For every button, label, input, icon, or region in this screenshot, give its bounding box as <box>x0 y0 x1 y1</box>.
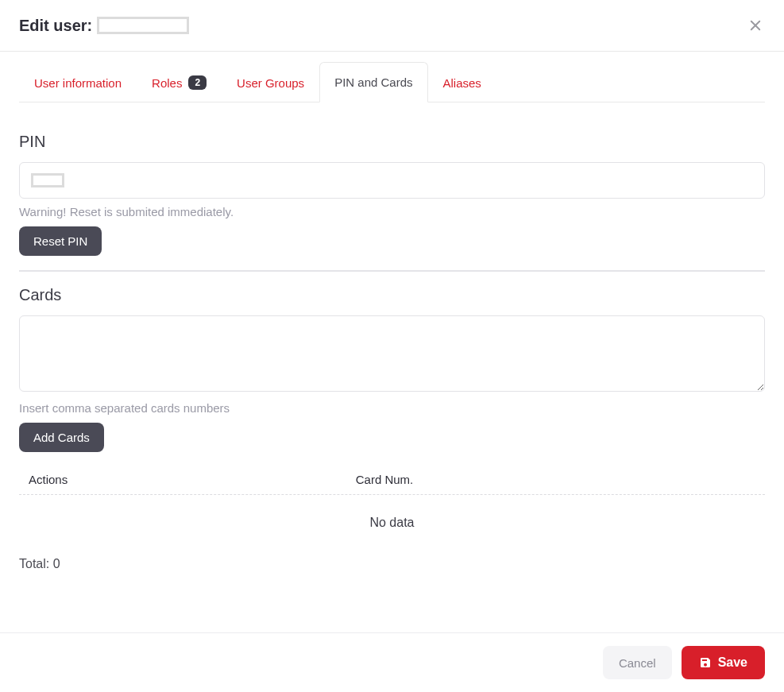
cancel-button[interactable]: Cancel <box>603 646 672 679</box>
tabs-nav: User information Roles 2 User Groups PIN… <box>19 61 765 102</box>
total-value: 0 <box>53 557 60 570</box>
modal-title-wrap: Edit user: <box>19 17 189 35</box>
modal-title: Edit user: <box>19 17 92 35</box>
section-divider <box>19 270 765 272</box>
pin-input[interactable] <box>19 162 765 199</box>
tab-label: Aliases <box>443 76 481 90</box>
tab-aliases[interactable]: Aliases <box>428 62 496 102</box>
table-header-row: Actions Card Num. <box>19 465 765 495</box>
tab-user-groups[interactable]: User Groups <box>222 62 319 102</box>
column-header-actions: Actions <box>29 473 356 486</box>
total-label: Total: <box>19 557 49 570</box>
save-button-label: Save <box>718 655 747 670</box>
tab-label: User information <box>34 76 122 90</box>
tab-label: Roles <box>152 76 182 90</box>
username-placeholder <box>97 17 189 34</box>
table-empty-state: No data <box>19 495 765 551</box>
column-header-card-num: Card Num. <box>356 473 755 486</box>
cards-table: Actions Card Num. No data <box>19 465 765 551</box>
tab-user-information[interactable]: User information <box>19 62 137 102</box>
cards-section-heading: Cards <box>19 286 765 304</box>
tab-content: PIN Warning! Reset is submited immediate… <box>0 102 784 590</box>
tab-label: PIN and Cards <box>334 75 412 89</box>
save-button[interactable]: Save <box>682 646 765 679</box>
pin-warning-text: Warning! Reset is submited immediately. <box>19 205 765 218</box>
reset-pin-button[interactable]: Reset PIN <box>19 226 102 256</box>
tab-roles[interactable]: Roles 2 <box>137 62 222 102</box>
add-cards-button[interactable]: Add Cards <box>19 423 104 452</box>
modal-header: Edit user: <box>0 0 784 52</box>
tab-label: User Groups <box>237 76 304 90</box>
tab-pin-and-cards[interactable]: PIN and Cards <box>319 62 427 102</box>
pin-section-heading: PIN <box>19 133 765 151</box>
cards-textarea[interactable] <box>19 315 765 392</box>
close-icon <box>748 18 763 33</box>
save-icon <box>699 656 712 669</box>
cards-total: Total: 0 <box>19 557 765 571</box>
pin-value-placeholder <box>31 173 64 187</box>
roles-count-badge: 2 <box>188 75 207 90</box>
close-button[interactable] <box>746 16 765 35</box>
cards-hint-text: Insert comma separated cards numbers <box>19 401 765 415</box>
modal-footer: Cancel Save <box>0 632 784 692</box>
